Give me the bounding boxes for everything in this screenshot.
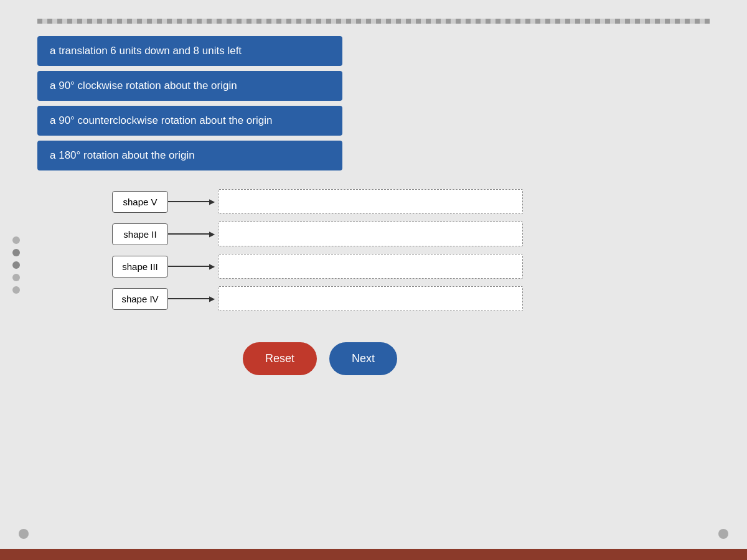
match-target-v[interactable] [218, 189, 523, 214]
answer-option-1[interactable]: a translation 6 units down and 8 units l… [37, 36, 342, 66]
match-row-iv: shape IV [112, 286, 523, 311]
answer-option-2[interactable]: a 90° clockwise rotation about the origi… [37, 71, 342, 101]
match-row-ii: shape II [112, 222, 523, 246]
dots-left [12, 236, 20, 294]
matching-section: shape V shape II shape III shape IV [112, 189, 523, 311]
dot-5 [12, 286, 20, 294]
match-row-v: shape V [112, 189, 523, 214]
reset-button[interactable]: Reset [243, 342, 317, 375]
dot-bottom-right [718, 529, 728, 539]
match-target-ii[interactable] [218, 222, 523, 246]
answer-option-3[interactable]: a 90° counterclockwise rotation about th… [37, 106, 342, 136]
top-bar [37, 19, 710, 24]
dot-bottom-left [19, 529, 29, 539]
match-target-iv[interactable] [218, 286, 523, 311]
dot-4 [12, 274, 20, 281]
arrow-iii [168, 262, 218, 271]
dots-bottom-left [19, 529, 29, 541]
dots-bottom-right [718, 529, 728, 541]
match-target-iii[interactable] [218, 254, 523, 279]
answer-option-4[interactable]: a 180° rotation about the origin [37, 141, 342, 170]
answer-options: a translation 6 units down and 8 units l… [37, 36, 342, 170]
next-button[interactable]: Next [329, 342, 397, 375]
match-row-iii: shape III [112, 254, 523, 279]
shape-iii-label[interactable]: shape III [112, 256, 168, 278]
dot-3 [12, 261, 20, 269]
arrow-ii [168, 230, 218, 238]
bottom-bar [0, 549, 747, 560]
dot-2 [12, 249, 20, 256]
buttons-row: Reset Next [243, 342, 397, 375]
dot-1 [12, 236, 20, 244]
shape-iv-label[interactable]: shape IV [112, 288, 168, 310]
arrow-v [168, 197, 218, 206]
arrow-iv [168, 294, 218, 303]
shape-v-label[interactable]: shape V [112, 191, 168, 213]
shape-ii-label[interactable]: shape II [112, 223, 168, 245]
main-container: a translation 6 units down and 8 units l… [0, 0, 747, 560]
